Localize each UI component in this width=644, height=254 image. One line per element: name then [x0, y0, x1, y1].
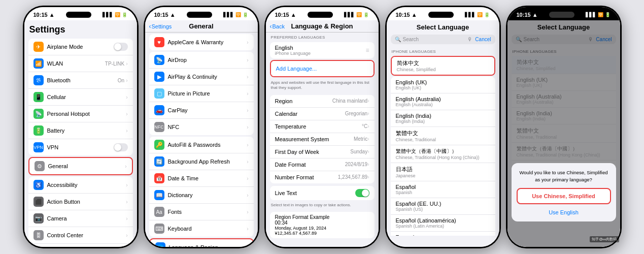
airplane-icon: ✈ [33, 42, 44, 52]
add-lang-item[interactable]: Add Language... [271, 61, 374, 76]
add-lang-group: Add Language... [271, 61, 374, 76]
en-au-item-4[interactable]: English (Australia) English (Australia) [391, 93, 495, 110]
vpn-item[interactable]: VPN VPN [28, 139, 133, 155]
cancel-button-4[interactable]: Cancel [475, 37, 491, 42]
date-time-item[interactable]: 📅 Date & Time › [149, 170, 254, 187]
temperature-item[interactable]: Temperature °C › [270, 120, 375, 133]
zh-simplified-item[interactable]: 简体中文 Chinese, Simplified [392, 57, 494, 75]
lang-list-group-4: English (UK) English (UK) English (Austr… [391, 77, 495, 236]
bg-refresh-chevron: › [247, 159, 248, 165]
fonts-item[interactable]: Aa Fonts › [149, 204, 254, 220]
number-format-label: Number Format [275, 174, 338, 180]
bluetooth-item[interactable]: 𝔅 Bluetooth On › [28, 72, 133, 89]
lang-drag-handle: ≡ [365, 47, 369, 54]
back-button-2[interactable]: ‹ Settings [149, 23, 172, 30]
keyboard-item[interactable]: ⌨ Keyboard › [149, 220, 254, 237]
airplane-toggle[interactable] [114, 43, 128, 51]
airplay-item[interactable]: ▶ AirPlay & Continuity › [149, 69, 254, 85]
region-item[interactable]: Region China mainland › [270, 95, 375, 108]
use-english-button[interactable]: Use English [517, 207, 611, 217]
settings-list-1: Settings ✈ Airplane Mode 📶 WLAN TP-LINK … [24, 20, 137, 247]
number-format-item[interactable]: Number Format 1,234,567.89 › [270, 171, 375, 183]
zh-simplified-group: 简体中文 Chinese, Simplified [392, 57, 494, 75]
status-time-5: 10:15 ▲ [517, 12, 538, 18]
pip-icon: ▢ [154, 88, 164, 99]
search-bar-4[interactable]: 🔍 Search 🎙 Cancel [391, 35, 495, 44]
action-button-icon: ⬛ [33, 197, 44, 207]
es-us-sub-4: Spanish (US) [396, 207, 490, 212]
wifi-icon: 🛜 [115, 12, 120, 17]
general-item[interactable]: ⚙ General › [29, 158, 132, 174]
applecare-chevron: › [247, 40, 248, 45]
en-uk-item-4[interactable]: English (UK) English (UK) [391, 77, 495, 93]
carplay-item[interactable]: 🚗 CarPlay › [149, 102, 254, 119]
control-center-label: Control Center [47, 232, 126, 238]
autofill-item[interactable]: 🔑 AutoFill & Passwords › [149, 137, 254, 153]
measurement-item[interactable]: Measurement System Metric › [270, 133, 375, 146]
live-text-item[interactable]: Live Text [270, 186, 375, 200]
en-in-name-4: English (India) [396, 113, 490, 119]
bg-refresh-item[interactable]: 🔄 Background App Refresh › [149, 153, 254, 170]
cellular-item[interactable]: 📱 Cellular › [28, 89, 133, 106]
action-button-label: Action Button [47, 199, 126, 205]
dictionary-item[interactable]: 📖 Dictionary › [149, 187, 254, 204]
vpn-toggle[interactable] [114, 143, 128, 151]
pip-item[interactable]: ▢ Picture in Picture › [149, 85, 254, 102]
camera-label: Camera [47, 215, 126, 221]
bg-refresh-label: Background App Refresh [168, 158, 247, 165]
zh-trad-sub-4: Chinese, Traditional [396, 137, 490, 142]
es-us-item-4[interactable]: Español (EE. UU.) Spanish (US) [391, 198, 495, 215]
accessibility-label: Accessibility [47, 182, 126, 188]
signal-icon-5: ▋▋▋ [586, 12, 596, 17]
airplane-mode-item[interactable]: ✈ Airplane Mode [28, 39, 133, 55]
zh-trad-item-4[interactable]: 繁體中文 Chinese, Traditional [391, 127, 495, 145]
signal-icon-4: ▋▋▋ [465, 12, 476, 17]
english-lang-item[interactable]: English iPhone Language ≡ [270, 42, 375, 58]
iphone-lang-header-4: IPHONE LANGUAGES [387, 47, 499, 55]
phone-2: 10:15 ▲ ▋▋▋ 🛜 🔋 ‹ Settings General [144, 6, 259, 248]
display-item[interactable]: ☀ Display & Brightness › [28, 244, 133, 247]
ja-item-4[interactable]: 日本語 Japanese [391, 163, 495, 181]
signal-icon: ▋▋▋ [103, 12, 113, 17]
zh-hk-item-4[interactable]: 繁體中文（香港〔中國〕） Chinese, Traditional (Hong … [391, 145, 495, 163]
back-button-3[interactable]: ‹ Back [270, 23, 285, 30]
action-button-item[interactable]: ⬛ Action Button › [28, 194, 133, 210]
nfc-item[interactable]: NFC NFC › [149, 119, 254, 135]
calendar-item[interactable]: Calendar Gregorian › [270, 108, 375, 120]
live-text-toggle[interactable] [355, 189, 369, 197]
settings-title: Settings [24, 20, 137, 37]
airdrop-item[interactable]: 📡 AirDrop › [149, 52, 254, 69]
es-item-4[interactable]: Español Spanish [391, 181, 495, 198]
status-time-2: 10:15 ▲ [154, 12, 176, 18]
back-label-2: Settings [152, 23, 172, 29]
lang-region-item[interactable]: 🌐 Language & Region › [150, 239, 253, 247]
general-icon: ⚙ [35, 161, 45, 171]
date-format-item[interactable]: Date Format 2024/8/19 › [270, 158, 375, 171]
wlan-item[interactable]: 📶 WLAN TP-LINK › [28, 55, 133, 72]
hotspot-icon: 📡 [33, 109, 44, 119]
en-in-item-4[interactable]: English (India) English (India) [391, 110, 495, 127]
battery-item[interactable]: 🔋 Battery › [28, 122, 133, 139]
chevron-left-2: ‹ [149, 23, 151, 30]
status-bar-5: 10:15 ▲ ▋▋▋ 🛜 🔋 [507, 7, 620, 20]
back-label-3: Back [273, 23, 285, 29]
fr-item-4[interactable]: Français French [391, 232, 495, 236]
hotspot-item[interactable]: 📡 Personal Hotspot › [28, 106, 133, 122]
camera-item[interactable]: 📷 Camera › [28, 210, 133, 227]
wifi-icon-2: 🛜 [235, 12, 241, 17]
example-time: 00:34 [275, 220, 369, 226]
status-bar-4: 10:15 ▲ ▋▋▋ 🛜 🔋 [387, 7, 499, 20]
nav-title-3: Language & Region [291, 22, 353, 30]
applecare-item[interactable]: ♥ AppleCare & Warranty › [149, 34, 254, 50]
status-icons-5: ▋▋▋ 🛜 🔋 [586, 12, 611, 17]
phone-3: 10:15 ▲ ▋▋▋ 🛜 🔋 ‹ Back Language & Region [264, 6, 380, 248]
es-la-item-4[interactable]: Español (Latinoamérica) Spanish (Latin A… [391, 215, 495, 232]
accessibility-item[interactable]: ♿ Accessibility › [28, 177, 133, 194]
first-day-item[interactable]: First Day of Week Sunday › [270, 146, 375, 158]
use-chinese-button[interactable]: Use Chinese, Simplified [517, 188, 611, 204]
add-lang-button[interactable]: Add Language... [276, 66, 317, 72]
bluetooth-label: Bluetooth [47, 77, 118, 83]
control-center-item[interactable]: 🎛 Control Center › [28, 227, 133, 244]
group-sharing: 📡 AirDrop › ▶ AirPlay & Continuity › ▢ P… [149, 52, 254, 135]
airplay-icon: ▶ [154, 72, 164, 82]
